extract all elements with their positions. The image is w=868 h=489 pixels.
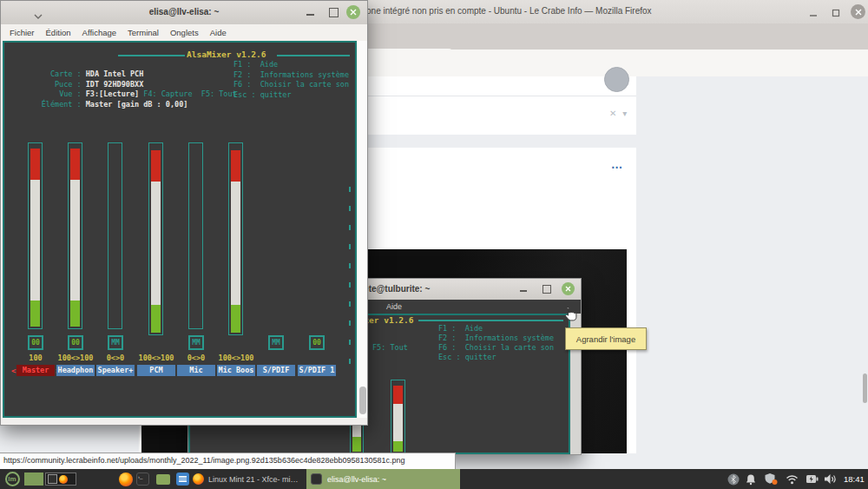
screen: Linux Mint 21 - Xfce- microphone intégré… — [0, 0, 868, 489]
inner-volume-bar — [391, 380, 405, 454]
inner-help-f6: F6 : Choisir la carte son — [438, 343, 554, 353]
inner-help-esc: Esc : quitter — [438, 353, 496, 362]
close-icon — [855, 9, 862, 16]
task-button-terminal-active[interactable]: elisa@llv-elisa: ~ — [306, 469, 460, 489]
volume-bar — [188, 142, 203, 329]
workspace-1[interactable] — [24, 472, 43, 486]
texteditor-launcher[interactable] — [176, 469, 189, 489]
volume-bar — [108, 142, 122, 329]
close-icon — [562, 282, 575, 295]
close-icon — [350, 9, 357, 16]
task-label: elisa@llv-elisa: ~ — [327, 475, 386, 484]
wifi-tray-icon[interactable] — [786, 469, 799, 489]
mixer-channel-master[interactable]: 00 100 < Master > — [16, 1, 56, 383]
firefox-launcher[interactable] — [119, 469, 133, 489]
terminal-scrollbar[interactable] — [358, 41, 367, 418]
hand-cursor — [562, 306, 578, 327]
mute-indicator: 00 — [28, 335, 43, 350]
mixer-channel-spdif1[interactable]: 00 S/PDIF 1 — [297, 1, 337, 383]
firefox-restore-button[interactable] — [830, 7, 842, 19]
restore-icon — [832, 9, 840, 17]
inner-vue-fragment: F5: Tout — [372, 343, 408, 353]
avatar[interactable] — [604, 67, 629, 92]
mixer-channel-spdif[interactable]: MM S/PDIF — [256, 1, 296, 383]
image-tooltip: Agrandir l'image — [565, 327, 647, 350]
firefox-minimize-button[interactable] — [807, 7, 819, 19]
mute-indicator: MM — [188, 335, 204, 350]
volume-bar — [28, 142, 43, 329]
terminal-icon: ›_ — [136, 472, 149, 486]
files-launcher[interactable] — [156, 469, 170, 489]
minimize-icon — [809, 9, 818, 17]
status-link-bar: https://community.lecrabeinfo.net/upload… — [0, 453, 456, 469]
mixer-channel-speaker[interactable]: MM 0<>0 Speaker+ — [95, 1, 135, 383]
volume-tray-icon[interactable] — [824, 469, 838, 489]
terminal-icon — [311, 473, 322, 485]
channel-value: 0<>0 — [176, 354, 216, 362]
clock[interactable]: 18:41 — [844, 469, 865, 489]
text-editor-icon — [176, 472, 189, 486]
firefox-icon — [193, 473, 204, 485]
maximize-icon — [542, 285, 551, 294]
mint-logo-icon: lm — [5, 472, 20, 486]
channel-value: 100 — [16, 354, 56, 362]
title-rule — [418, 320, 563, 321]
minimize-icon — [520, 290, 527, 292]
channel-value: 100<>100 — [56, 354, 95, 362]
select-left-arrow: < — [11, 367, 16, 375]
mute-indicator: 00 — [309, 335, 325, 350]
mixer-channel-mic-boost[interactable]: 100<>100 Mic Boos — [216, 1, 256, 383]
firefox-close-button[interactable] — [851, 4, 865, 19]
mute-indicator: 00 — [68, 335, 83, 350]
firefox-icon — [119, 472, 133, 486]
mini-firefox-window — [59, 475, 68, 484]
mixer-channel-pcm[interactable]: 100<>100 PCM — [136, 1, 176, 383]
channel-label: S/PDIF — [257, 365, 295, 376]
channel-label: S/PDIF 1 — [298, 365, 336, 376]
volume-bar — [228, 142, 243, 335]
update-shield-icon[interactable] — [764, 469, 779, 489]
inner-help-f1: F1 : Aide — [438, 324, 483, 334]
menu-aide: Aide — [386, 302, 402, 311]
battery-tray-icon[interactable] — [806, 469, 819, 489]
channel-value: 0<>0 — [95, 354, 135, 362]
volume-bar — [68, 142, 82, 329]
terminal-window: elisa@llv-elisa: ~ Fichier Édition Affic… — [0, 0, 368, 426]
mixer-right-border — [349, 187, 351, 371]
mixer-channel-headphone[interactable]: 00 100<>100 Headphon — [56, 1, 95, 383]
volume-bar — [148, 142, 163, 335]
channel-label: Speaker+ — [96, 365, 135, 376]
inner-help-f2: F2 : Informations système — [438, 334, 554, 343]
page-scrollbar[interactable] — [863, 373, 867, 403]
workspace-2[interactable] — [45, 472, 76, 486]
post-options-icon[interactable]: ⋯ — [611, 161, 623, 174]
mint-menu-button[interactable]: lm — [3, 469, 22, 489]
close-button[interactable] — [346, 5, 360, 19]
mixer-channel-mic[interactable]: MM 0<>0 Mic — [176, 1, 216, 383]
terminal-launcher[interactable]: ›_ — [136, 469, 149, 489]
bluetooth-tray-icon[interactable] — [727, 469, 740, 489]
task-label: Linux Mint 21 - Xfce- micro... — [208, 475, 302, 484]
task-button-firefox[interactable]: Linux Mint 21 - Xfce- micro... — [189, 469, 306, 489]
taskbar: lm ›_ Linux Mint 21 - Xfce- micro... eli… — [0, 469, 868, 489]
scrollbar-thumb[interactable] — [359, 387, 366, 414]
dismiss-control[interactable]: ✕ ▾ — [609, 109, 628, 118]
channel-value: 100<>100 — [136, 354, 176, 362]
channel-value: 100<>100 — [216, 354, 256, 362]
mute-indicator: MM — [268, 335, 284, 350]
notification-bell-icon[interactable] — [745, 469, 757, 489]
folder-icon — [156, 474, 170, 485]
mini-terminal-window — [48, 474, 57, 484]
mute-indicator: MM — [108, 335, 123, 350]
